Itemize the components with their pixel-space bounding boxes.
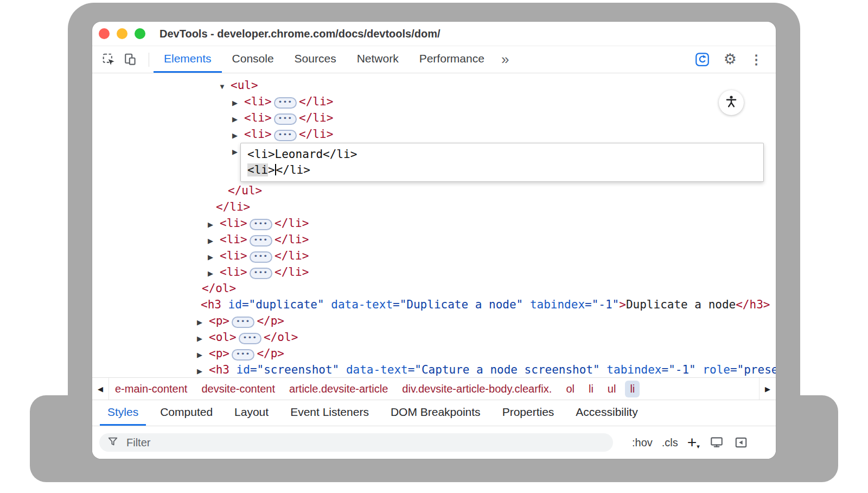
dom-tree-row[interactable]: ▶<p>•••</p> — [92, 345, 776, 362]
panel-tab-computed[interactable]: Computed — [152, 400, 220, 426]
panel-tab-accessibility[interactable]: Accessibility — [568, 400, 645, 426]
dom-tree-row[interactable]: ▶<h3 id="screenshot" data-text="Capture … — [92, 362, 776, 377]
tab-sources[interactable]: Sources — [284, 46, 347, 73]
triangle-right-icon[interactable]: ▶ — [208, 266, 220, 282]
tag-token: <ol> — [209, 331, 237, 344]
more-tabs-icon[interactable]: » — [495, 46, 515, 73]
breadcrumb-item[interactable]: devsite-content — [196, 381, 280, 397]
filter-input[interactable] — [125, 436, 605, 450]
triangle-right-icon[interactable]: ▶ — [197, 363, 209, 377]
expand-ellipsis-button[interactable]: ••• — [274, 130, 297, 141]
settings-gear-icon[interactable]: ⚙ — [724, 52, 737, 67]
new-style-rule-button[interactable]: +▾ — [687, 434, 700, 451]
panel-tab-layout[interactable]: Layout — [227, 400, 276, 426]
kebab-menu-icon[interactable]: ⋮ — [750, 53, 763, 66]
minimize-button[interactable] — [117, 28, 127, 39]
tab-network[interactable]: Network — [347, 46, 409, 73]
triangle-left-icon: ◀ — [98, 385, 103, 393]
breadcrumb-item[interactable]: ul — [603, 381, 621, 397]
expand-ellipsis-button[interactable]: ••• — [250, 268, 272, 279]
class-toggle[interactable]: .cls — [662, 437, 678, 449]
dom-tree-row[interactable]: ▶<li>•••</li> — [92, 126, 776, 142]
expand-ellipsis-button[interactable]: ••• — [274, 97, 297, 109]
filter-field[interactable] — [99, 433, 613, 452]
tag-token: <h3 — [209, 363, 229, 376]
triangle-right-icon[interactable]: ▶ — [197, 314, 209, 331]
tag-token: </li> — [275, 249, 309, 262]
attribute-token: role="prese — [696, 363, 776, 376]
triangle-right-icon[interactable]: ▶ — [232, 95, 244, 111]
attribute-token: tabindex="-1" — [600, 363, 696, 376]
device-toolbar-icon[interactable] — [123, 52, 139, 68]
expand-ellipsis-button[interactable]: ••• — [250, 219, 272, 230]
expand-ellipsis-button[interactable]: ••• — [232, 349, 254, 361]
dom-tree-row[interactable]: ▶<li>•••</li> — [92, 231, 776, 248]
triangle-right-icon[interactable]: ▶ — [232, 128, 244, 144]
dom-tree-row[interactable]: ▶<li>•••</li> — [92, 215, 776, 231]
triangle-right-icon[interactable]: ▶ — [208, 249, 220, 266]
tag-token: <li> — [220, 217, 247, 230]
toolbar-divider — [149, 53, 149, 67]
zoom-button[interactable] — [135, 28, 145, 39]
edit-line: <li></li> — [247, 162, 757, 178]
monitor-icon[interactable] — [709, 435, 724, 450]
panel-tab-properties[interactable]: Properties — [495, 400, 562, 426]
tag-token: <p> — [209, 314, 229, 327]
breadcrumb-prev-button[interactable]: ◀ — [92, 378, 109, 400]
breadcrumb-next-button[interactable]: ▶ — [759, 378, 776, 400]
dom-tree-row[interactable]: </li> — [92, 199, 776, 215]
dom-tree-row[interactable]: ▶<ol>•••</ol> — [92, 329, 776, 345]
tag-token: </h3> — [736, 298, 770, 311]
dock-panel-icon[interactable] — [733, 435, 749, 450]
toolbar-left-icons — [92, 46, 154, 73]
inspect-cursor-icon[interactable] — [101, 52, 117, 68]
triangle-down-icon[interactable]: ▼ — [219, 79, 231, 95]
panel-tab-dom-breakpoints[interactable]: DOM Breakpoints — [383, 400, 488, 426]
tag-token: </li> — [216, 200, 250, 213]
breadcrumb-item[interactable]: e-main-content — [110, 381, 192, 397]
tab-performance[interactable]: Performance — [409, 46, 495, 73]
tag-token: <li> — [244, 95, 272, 108]
triangle-right-icon[interactable]: ▶ — [208, 233, 220, 249]
expand-ellipsis-button[interactable]: ••• — [274, 113, 297, 125]
triangle-right-icon[interactable]: ▶ — [197, 347, 209, 363]
pseudo-state-toggle[interactable]: :hov — [632, 437, 653, 449]
attribute-token: id="screenshot" — [229, 363, 339, 376]
accessibility-button[interactable] — [719, 90, 744, 115]
dom-tree-row[interactable]: ▶<p>•••</p> — [92, 313, 776, 329]
inline-edit-box[interactable]: <li>Leonard</li><li></li> — [240, 143, 764, 182]
tab-elements[interactable]: Elements — [154, 46, 222, 73]
tab-console[interactable]: Console — [222, 46, 284, 73]
tag-token: </p> — [257, 347, 284, 360]
breadcrumb: ◀ e-main-contentdevsite-contentarticle.d… — [92, 377, 776, 400]
breadcrumb-item[interactable]: li — [584, 381, 598, 397]
dom-tree-row[interactable]: ▶<li>•••</li> — [92, 264, 776, 280]
dom-tree-row[interactable]: ▶<li>•••</li> — [92, 110, 776, 126]
expand-ellipsis-button[interactable]: ••• — [250, 235, 272, 246]
breadcrumb-item[interactable]: li — [625, 381, 640, 397]
expand-ellipsis-button[interactable]: ••• — [232, 317, 254, 328]
triangle-right-icon[interactable]: ▶ — [208, 217, 220, 233]
dom-tree-row[interactable]: ▶<li>•••</li> — [92, 248, 776, 264]
breadcrumb-item[interactable]: ol — [561, 381, 579, 397]
circular-arrow-icon[interactable] — [694, 52, 711, 68]
dom-tree-row[interactable]: </ol> — [92, 280, 776, 296]
dom-tree-row[interactable]: </ul> — [92, 182, 776, 199]
dom-tree-row[interactable]: ▶<li>Leonard</li><li></li> — [92, 142, 776, 182]
tag-token: <li> — [244, 111, 272, 124]
expand-ellipsis-button[interactable]: ••• — [239, 333, 261, 344]
close-button[interactable] — [99, 28, 110, 39]
dom-tree-row[interactable]: ▶<li>•••</li> — [92, 93, 776, 110]
panel-tab-event-listeners[interactable]: Event Listeners — [283, 400, 376, 426]
dom-tree-row[interactable]: ▼<ul> — [92, 77, 776, 93]
plus-icon: + — [687, 434, 697, 451]
breadcrumb-item[interactable]: article.devsite-article — [284, 381, 393, 397]
tag-token: <li> — [244, 128, 272, 141]
dom-tree-row[interactable]: <h3 id="duplicate" data-text="Duplicate … — [92, 296, 776, 313]
breadcrumb-items: e-main-contentdevsite-contentarticle.dev… — [109, 378, 759, 400]
triangle-right-icon[interactable]: ▶ — [232, 111, 244, 128]
expand-ellipsis-button[interactable]: ••• — [250, 251, 272, 263]
panel-tab-styles[interactable]: Styles — [100, 400, 146, 426]
breadcrumb-item[interactable]: div.devsite-article-body.clearfix. — [397, 381, 557, 397]
triangle-right-icon[interactable]: ▶ — [197, 331, 209, 347]
